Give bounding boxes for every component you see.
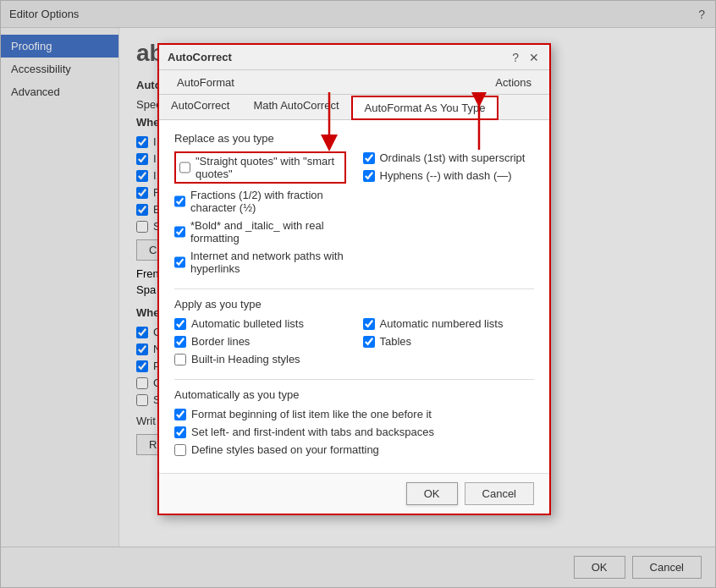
format-list-row: Format beginning of list item like the o…: [174, 408, 534, 420]
auto-numbered-label: Automatic numbered lists: [380, 317, 504, 330]
tab-actions[interactable]: Actions: [477, 70, 549, 94]
auto-section: Automatically as you type Format beginni…: [174, 388, 534, 456]
apply-col-left: Automatic bulleted lists Border lines Bu…: [174, 317, 346, 371]
dialog-ok-button[interactable]: OK: [406, 482, 458, 505]
dialog-tabs-bottom: AutoCorrect Math AutoCorrect AutoFormat …: [159, 95, 549, 120]
sidebar-item-proofing[interactable]: Proofing: [1, 35, 118, 58]
straight-quotes-checkbox[interactable]: [179, 162, 190, 173]
tables-checkbox[interactable]: [363, 336, 375, 348]
apply-section-title: Apply as you type: [174, 298, 534, 310]
sidebar-item-accessibility[interactable]: Accessibility: [1, 58, 118, 80]
divider1: [174, 289, 534, 289]
tab-autoformat[interactable]: AutoFormat: [159, 70, 252, 94]
internet-paths-label: Internet and network paths with hyperlin…: [190, 250, 346, 275]
dialog-help-button[interactable]: ?: [510, 51, 520, 64]
replace-col-right: Ordinals (1st) with superscript Hyphens …: [363, 151, 535, 280]
bottom-bar: OK Cancel: [1, 547, 715, 587]
autocorrect-dialog: AutoCorrect ? ✕ AutoFormat Actions AutoC…: [157, 43, 551, 515]
heading-styles-checkbox[interactable]: [174, 354, 186, 365]
straight-quotes-row: "Straight quotes" with "smart quotes": [174, 151, 346, 184]
hyphens-label: Hyphens (--) with dash (—): [380, 169, 512, 182]
tab-math-autocorrect[interactable]: Math AutoCorrect: [241, 95, 350, 119]
ordinals-row: Ordinals (1st) with superscript: [363, 151, 535, 164]
straight-quotes-label: "Straight quotes" with "smart quotes": [196, 155, 341, 180]
replace-columns: "Straight quotes" with "smart quotes" Fr…: [174, 151, 534, 280]
border-lines-label: Border lines: [191, 335, 250, 348]
main-cancel-button[interactable]: Cancel: [632, 556, 702, 579]
heading-styles-row: Built-in Heading styles: [174, 353, 346, 365]
internet-paths-row: Internet and network paths with hyperlin…: [174, 250, 346, 275]
straight-quotes-highlighted: "Straight quotes" with "smart quotes": [174, 151, 346, 184]
auto-numbered-row: Automatic numbered lists: [363, 317, 535, 330]
apply-col-right: Automatic numbered lists Tables: [363, 317, 535, 371]
sidebar-item-advanced[interactable]: Advanced: [1, 80, 118, 103]
format-list-checkbox[interactable]: [174, 409, 186, 420]
heading-styles-label: Built-in Heading styles: [191, 353, 300, 365]
ordinals-label: Ordinals (1st) with superscript: [380, 151, 526, 164]
tab-autocorrect[interactable]: AutoCorrect: [159, 95, 241, 119]
auto-bulleted-row: Automatic bulleted lists: [174, 317, 346, 330]
define-styles-label: Define styles based on your formatting: [191, 443, 379, 456]
divider2: [174, 379, 534, 380]
window-titlebar: Editor Options ?: [1, 1, 715, 28]
fractions-checkbox[interactable]: [174, 195, 185, 207]
dialog-titlebar-controls: ? ✕: [510, 51, 541, 64]
window-help-button[interactable]: ?: [697, 8, 707, 21]
tables-label: Tables: [380, 335, 412, 348]
ordinals-checkbox[interactable]: [363, 152, 375, 164]
dialog-bottom-bar: OK Cancel: [159, 473, 549, 514]
border-lines-checkbox[interactable]: [174, 336, 186, 348]
window-title: Editor Options: [9, 8, 79, 20]
bold-italic-checkbox[interactable]: [174, 226, 185, 238]
apply-columns: Automatic bulleted lists Border lines Bu…: [174, 317, 534, 371]
fractions-label: Fractions (1/2) with fraction character …: [190, 189, 346, 214]
bold-italic-label: *Bold* and _italic_ with real formatting: [190, 219, 346, 245]
tab-autoformat-as-you-type[interactable]: AutoFormat As You Type: [351, 96, 499, 120]
auto-numbered-checkbox[interactable]: [363, 318, 375, 330]
main-ok-button[interactable]: OK: [574, 556, 625, 579]
titlebar-controls: ?: [697, 8, 707, 21]
dialog-body: Replace as you type "Straight quotes" wi…: [159, 120, 549, 473]
auto-bulleted-checkbox[interactable]: [174, 318, 186, 330]
internet-paths-checkbox[interactable]: [174, 256, 185, 268]
set-indent-checkbox[interactable]: [174, 426, 186, 438]
dialog-cancel-button[interactable]: Cancel: [465, 482, 534, 505]
define-styles-checkbox[interactable]: [174, 444, 186, 456]
hyphens-checkbox[interactable]: [363, 170, 375, 182]
replace-section: Replace as you type "Straight quotes" wi…: [174, 132, 534, 280]
editor-options-window: Editor Options ? Proofing Accessibility …: [0, 0, 716, 588]
dialog-tabs-top: AutoFormat Actions: [159, 70, 549, 95]
auto-section-title: Automatically as you type: [174, 388, 534, 401]
dialog-titlebar: AutoCorrect ? ✕: [159, 45, 549, 70]
auto-bulleted-label: Automatic bulleted lists: [191, 317, 304, 330]
format-list-label: Format beginning of list item like the o…: [191, 408, 432, 420]
replace-section-title: Replace as you type: [174, 132, 534, 145]
apply-section: Apply as you type Automatic bulleted lis…: [174, 298, 534, 371]
hyphens-row: Hyphens (--) with dash (—): [363, 169, 535, 182]
bold-italic-row: *Bold* and _italic_ with real formatting: [174, 219, 346, 245]
set-indent-label: Set left- and first-indent with tabs and…: [191, 426, 434, 438]
border-lines-row: Border lines: [174, 335, 346, 348]
set-indent-row: Set left- and first-indent with tabs and…: [174, 426, 534, 438]
fractions-row: Fractions (1/2) with fraction character …: [174, 189, 346, 214]
dialog-close-button[interactable]: ✕: [527, 51, 541, 64]
dialog-title: AutoCorrect: [168, 51, 232, 63]
sidebar: Proofing Accessibility Advanced: [1, 28, 119, 547]
replace-col-left: "Straight quotes" with "smart quotes" Fr…: [174, 151, 346, 280]
tables-row: Tables: [363, 335, 535, 348]
define-styles-row: Define styles based on your formatting: [174, 443, 534, 456]
